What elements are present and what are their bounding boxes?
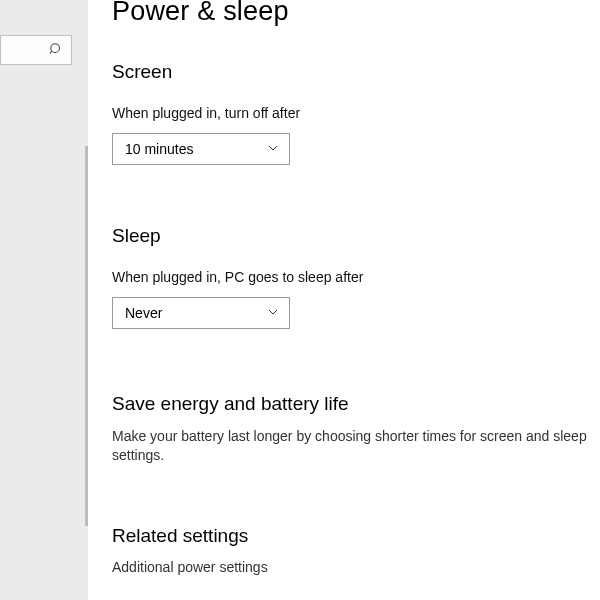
energy-info-text: Make your battery last longer by choosin… — [112, 427, 590, 465]
search-icon — [49, 42, 63, 59]
section-heading-sleep: Sleep — [112, 225, 600, 247]
sleep-plugged-dropdown[interactable]: Never — [112, 297, 290, 329]
dropdown-value: 10 minutes — [125, 141, 193, 157]
main-content: Power & sleep Screen When plugged in, tu… — [88, 0, 600, 600]
section-heading-related: Related settings — [112, 525, 600, 547]
screen-plugged-dropdown[interactable]: 10 minutes — [112, 133, 290, 165]
search-input[interactable] — [0, 35, 72, 65]
section-heading-screen: Screen — [112, 61, 600, 83]
settings-sidebar — [0, 0, 88, 600]
sleep-plugged-label: When plugged in, PC goes to sleep after — [112, 269, 600, 285]
screen-plugged-label: When plugged in, turn off after — [112, 105, 600, 121]
chevron-down-icon — [267, 141, 279, 157]
section-heading-energy: Save energy and battery life — [112, 393, 600, 415]
nav-active-indicator — [85, 146, 88, 526]
dropdown-value: Never — [125, 305, 162, 321]
page-title: Power & sleep — [112, 0, 600, 27]
svg-line-1 — [50, 51, 52, 53]
additional-power-settings-link[interactable]: Additional power settings — [112, 559, 600, 575]
chevron-down-icon — [267, 305, 279, 321]
